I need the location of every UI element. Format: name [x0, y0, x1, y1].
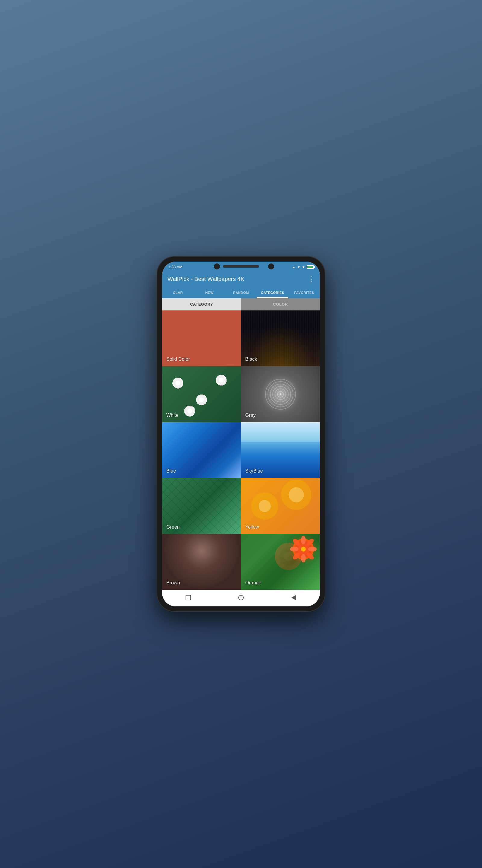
svg-point-15 — [306, 537, 315, 547]
phone-frame: 1:38 AM ▲ ▼ ▼ WallPick - Best Wallpapers… — [157, 256, 325, 612]
grid-cell-skyblue[interactable]: SkyBlue — [241, 422, 320, 478]
grid-cell-brown[interactable]: Brown — [162, 534, 241, 590]
grid-cell-orange[interactable]: Orange — [241, 534, 320, 590]
categories-grid: Solid Color Black White — [162, 310, 320, 590]
signal-icon: ▲ — [292, 265, 295, 269]
yellow-label: Yellow — [245, 524, 259, 530]
battery-icon — [307, 265, 314, 269]
status-icons: ▲ ▼ ▼ — [292, 265, 314, 269]
grid-cell-green[interactable]: Green — [162, 478, 241, 534]
grid-cell-solid-color[interactable]: Solid Color — [162, 310, 241, 366]
more-options-icon[interactable]: ⋮ — [308, 275, 315, 283]
orange-label: Orange — [245, 580, 261, 586]
app-bar: WallPick - Best Wallpapers 4K ⋮ — [162, 271, 320, 287]
tab-new[interactable]: NEW — [194, 287, 225, 298]
tab-popular[interactable]: OLAR — [162, 287, 194, 298]
battery-fill — [308, 266, 312, 268]
skyblue-label: SkyBlue — [245, 468, 263, 474]
green-label: Green — [166, 524, 180, 530]
orange-flower-petals — [290, 535, 317, 563]
svg-point-18 — [292, 537, 301, 547]
app-title: WallPick - Best Wallpapers 4K — [167, 276, 244, 282]
phone-screen: 1:38 AM ▲ ▼ ▼ WallPick - Best Wallpapers… — [162, 261, 320, 607]
sub-tab-color[interactable]: COLOR — [241, 298, 320, 310]
svg-point-12 — [308, 547, 317, 552]
grid-cell-blue[interactable]: Blue — [162, 422, 241, 478]
status-time: 1:38 AM — [168, 265, 183, 269]
svg-point-20 — [301, 547, 306, 552]
back-icon — [291, 595, 296, 600]
svg-point-14 — [290, 547, 298, 552]
svg-point-16 — [306, 551, 315, 561]
recents-icon — [186, 595, 191, 600]
grid-cell-gray[interactable]: Gray — [241, 366, 320, 422]
home-icon — [238, 595, 244, 600]
nav-back-button[interactable] — [290, 594, 298, 601]
tab-favorites[interactable]: FAVORITES — [288, 287, 320, 298]
tab-bar: OLAR NEW RANDOM CATEGORIES FAVORITES — [162, 287, 320, 298]
tab-random[interactable]: RANDOM — [225, 287, 257, 298]
gray-label: Gray — [245, 412, 256, 418]
nav-recents-button[interactable] — [184, 594, 192, 601]
tab-categories[interactable]: CATEGORIES — [257, 287, 288, 298]
grid-cell-white[interactable]: White — [162, 366, 241, 422]
svg-point-17 — [292, 551, 301, 561]
status-bar: 1:38 AM ▲ ▼ ▼ — [162, 261, 320, 271]
wifi-icon: ▼ — [297, 265, 300, 269]
white-label: White — [166, 412, 179, 418]
nav-home-button[interactable] — [237, 594, 245, 601]
grid-cell-yellow[interactable]: Yellow — [241, 478, 320, 534]
black-label: Black — [245, 356, 257, 362]
sub-tab-bar: CATEGORY COLOR — [162, 298, 320, 310]
sub-tab-category[interactable]: CATEGORY — [162, 298, 241, 310]
svg-point-13 — [301, 554, 306, 562]
solid-color-label: Solid Color — [166, 356, 190, 362]
blue-label: Blue — [166, 468, 176, 474]
svg-point-11 — [301, 536, 306, 544]
bottom-nav — [162, 590, 320, 607]
brown-label: Brown — [166, 580, 180, 586]
grid-cell-black[interactable]: Black — [241, 310, 320, 366]
wifi2-icon: ▼ — [302, 265, 305, 269]
